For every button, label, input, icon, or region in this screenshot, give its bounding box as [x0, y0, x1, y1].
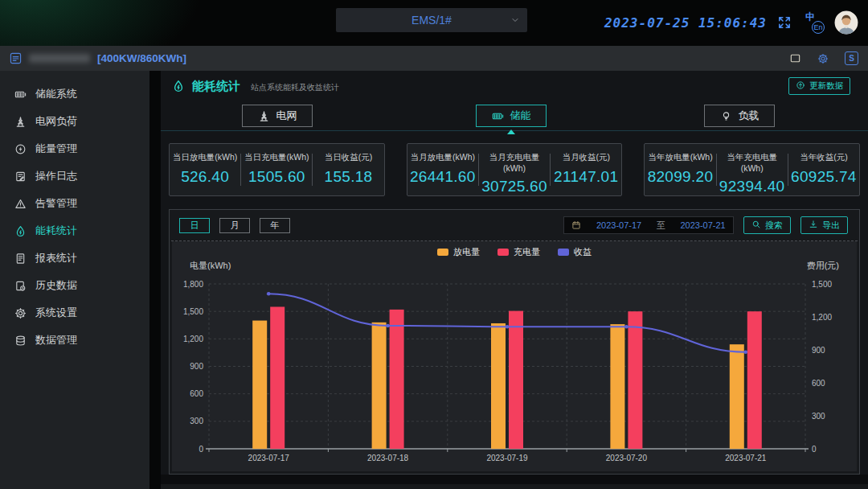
date-range-picker[interactable]: 2023-07-17 至 2023-07-21 [563, 216, 734, 234]
svg-text:1,200: 1,200 [183, 335, 203, 343]
stat-item: 当日放电量(kWh)526.40 [170, 144, 240, 195]
svg-text:300: 300 [812, 412, 825, 421]
period-button-1[interactable]: 日 [179, 218, 210, 233]
date-to-value[interactable]: 2023-07-21 [680, 220, 725, 230]
stat-item: 当年充电电量(kWh)92394.40 [717, 144, 788, 195]
gear-icon[interactable] [817, 53, 829, 64]
stat-item: 当年放电量(kWh)82099.20 [645, 144, 715, 195]
data-manage-icon [14, 335, 27, 347]
stat-item: 当月收益(元)21147.01 [551, 144, 621, 195]
legend-item[interactable]: 放电量 [437, 246, 480, 258]
report-icon [14, 253, 27, 265]
display-icon[interactable] [789, 52, 801, 64]
stat-label: 当日放电量(kWh) [170, 152, 240, 163]
legend-swatch [437, 249, 448, 256]
stats-card: 当年放电量(kWh)82099.20当年充电电量(kWh)92394.40当年收… [644, 143, 860, 196]
stat-label: 当月放电量(kWh) [407, 152, 478, 163]
bulb-icon [720, 110, 732, 122]
alarm-icon [14, 198, 27, 210]
avatar[interactable] [834, 10, 858, 35]
battery-icon [492, 110, 504, 122]
app-badge-icon[interactable]: S [845, 51, 858, 65]
stat-value: 26441.60 [407, 168, 478, 186]
svg-text:900: 900 [190, 362, 203, 371]
svg-text:电量(kWh): 电量(kWh) [190, 261, 231, 270]
svg-text:600: 600 [190, 389, 203, 398]
sidebar: 储能系统 电网负荷 能量管理 操作日志 告警管理 能耗统计 报表统计 历史数据 … [0, 71, 149, 489]
settings-icon [14, 307, 27, 319]
operation-log-icon [14, 171, 27, 183]
fullscreen-icon[interactable] [777, 15, 792, 30]
period-button-2[interactable]: 月 [219, 218, 250, 233]
stat-item: 当日收益(元)155.18 [313, 144, 383, 195]
page-subtitle: 站点系统能耗及收益统计 [251, 82, 339, 93]
bottom-strip [161, 475, 868, 489]
export-label: 导出 [822, 220, 840, 232]
stat-value: 1505.60 [241, 168, 312, 186]
chart-panel: 日月年 2023-07-17 至 2023-07-21 搜索 导出 [169, 209, 860, 475]
language-toggle[interactable]: 中 En [802, 12, 824, 34]
station-selector[interactable]: EMS/1# [336, 8, 527, 32]
stats-cards: 当日放电量(kWh)526.40当日充电量(kWh)1505.60当日收益(元)… [169, 143, 860, 196]
stat-item: 当日充电量(kWh)1505.60 [241, 144, 312, 195]
legend-swatch [497, 249, 509, 256]
stat-label: 当年放电量(kWh) [645, 152, 715, 163]
svg-text:2023-07-20: 2023-07-20 [606, 454, 648, 462]
station-selector-value: EMS/1# [411, 14, 452, 27]
sidebar-item-6[interactable]: 能耗统计 [0, 217, 149, 244]
sidebar-item-8[interactable]: 历史数据 [0, 272, 149, 299]
legend-item[interactable]: 充电量 [497, 246, 540, 258]
energy-manage-icon [14, 143, 27, 155]
search-button[interactable]: 搜索 [743, 216, 791, 234]
date-from-value[interactable]: 2023-07-17 [596, 220, 641, 230]
chevron-down-icon [510, 15, 520, 25]
stat-value: 92394.40 [717, 178, 788, 195]
refresh-label: 更新数据 [809, 80, 843, 92]
svg-text:300: 300 [190, 417, 203, 425]
chart-controls: 日月年 2023-07-17 至 2023-07-21 搜索 导出 [179, 216, 848, 235]
chart-legend: 放电量 充电量 收益 [172, 245, 857, 258]
sidebar-item-2[interactable]: 电网负荷 [0, 108, 149, 135]
refresh-data-button[interactable]: 更新数据 [788, 77, 850, 95]
grid-tower-icon [258, 110, 270, 122]
period-button-3[interactable]: 年 [260, 218, 290, 233]
legend-item[interactable]: 收益 [558, 246, 592, 258]
svg-text:2023-07-18: 2023-07-18 [367, 454, 409, 462]
stat-label: 当月收益(元) [551, 152, 621, 163]
sidebar-item-9[interactable]: 系统设置 [0, 299, 149, 327]
history-icon [14, 280, 27, 292]
stat-value: 60925.74 [788, 168, 859, 186]
search-label: 搜索 [765, 220, 783, 232]
svg-text:1,200: 1,200 [812, 313, 832, 322]
svg-text:0: 0 [812, 445, 817, 454]
language-en-label: En [812, 21, 825, 34]
stat-item: 当月充电电量(kWh)30725.60 [479, 144, 550, 195]
stat-label: 当年收益(元) [788, 152, 859, 163]
page-header: 能耗统计 站点系统能耗及收益统计 更新数据 [161, 71, 868, 101]
sidebar-item-10[interactable]: 数据管理 [0, 327, 149, 354]
station-name-redacted [29, 54, 90, 63]
category-tabs: 电网 储能 负载 [161, 103, 868, 132]
stat-label: 当日收益(元) [313, 152, 383, 163]
tab-1[interactable]: 电网 [242, 105, 313, 127]
sidebar-item-7[interactable]: 报表统计 [0, 244, 149, 272]
tab-2[interactable]: 储能 [476, 105, 547, 127]
tab-3[interactable]: 负载 [704, 105, 775, 127]
export-icon [809, 220, 818, 231]
sidebar-item-5[interactable]: 告警管理 [0, 190, 149, 217]
stat-value: 526.40 [170, 168, 240, 186]
page-title: 能耗统计 [192, 79, 240, 94]
sidebar-item-1[interactable]: 储能系统 [0, 80, 149, 108]
svg-text:0: 0 [199, 445, 203, 454]
stat-label: 当日充电量(kWh) [241, 152, 312, 163]
stat-label: 当月充电电量(kWh) [479, 152, 550, 173]
grid-tower-icon [14, 116, 27, 128]
battery-icon [14, 88, 27, 101]
sidebar-item-4[interactable]: 操作日志 [0, 162, 149, 190]
export-button[interactable]: 导出 [800, 216, 848, 234]
drop-icon [172, 80, 185, 92]
stat-item: 当年收益(元)60925.74 [788, 144, 859, 195]
svg-text:1,800: 1,800 [183, 280, 203, 289]
stat-item: 当月放电量(kWh)26441.60 [407, 144, 478, 195]
sidebar-item-3[interactable]: 能量管理 [0, 135, 149, 162]
